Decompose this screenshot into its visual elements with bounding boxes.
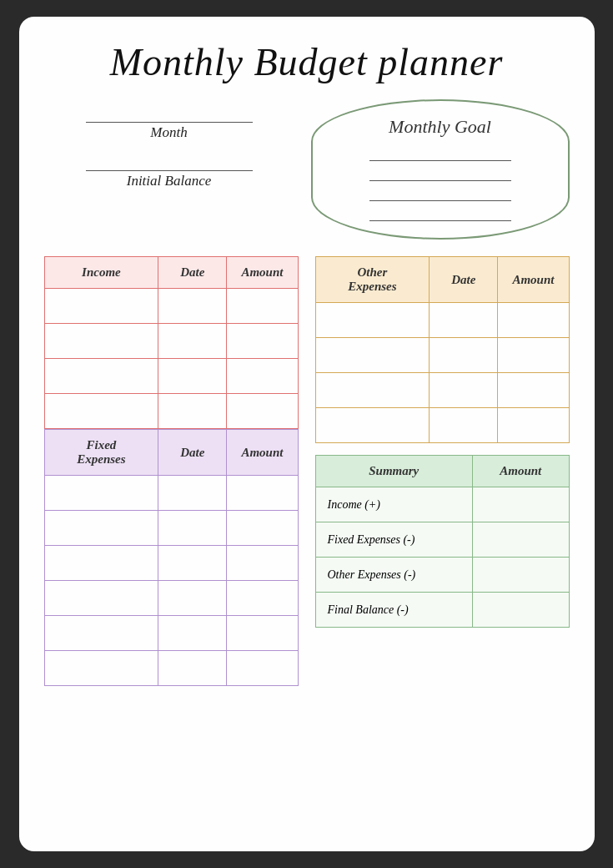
fixed-cell [44,511,158,546]
fixed-cell [158,546,227,581]
other-header-label: OtherExpenses [315,257,430,303]
summary-row-label: Income (+) [315,487,472,522]
fixed-cell [158,616,227,651]
fixed-cell [44,616,158,651]
fixed-row [44,511,298,546]
balance-field: Initial Balance [44,156,294,189]
top-section: Month Initial Balance Monthly Goal [44,99,570,240]
income-table: Income Date Amount [44,256,299,429]
goal-title: Monthly Goal [389,116,491,138]
income-cell [158,359,227,394]
summary-row-amount [472,487,569,522]
other-cell [430,408,498,443]
month-field: Month [44,108,294,141]
income-row [44,394,298,429]
other-cell [498,373,569,408]
income-header-label: Income [44,257,158,289]
month-balance-section: Month Initial Balance [44,99,294,189]
other-header-date: Date [430,257,498,303]
other-cell [430,373,498,408]
fixed-header-amount: Amount [227,430,298,476]
fixed-cell [44,476,158,511]
income-cell [44,289,158,324]
summary-row: Income (+) [315,487,569,522]
other-cell [315,373,430,408]
left-column: Income Date Amount FixedExpenses Date Am… [44,256,299,686]
summary-row-amount [472,558,569,593]
other-cell [315,408,430,443]
income-cell [227,359,298,394]
income-cell [44,324,158,359]
fixed-cell [44,651,158,686]
other-cell [498,303,569,338]
other-cell [315,303,430,338]
goal-lines [333,149,548,221]
summary-row: Fixed Expenses (-) [315,522,569,558]
tables-section: Income Date Amount FixedExpenses Date Am… [44,256,570,686]
income-row [44,359,298,394]
summary-row-amount [472,593,569,628]
fixed-cell [227,651,298,686]
income-cell [227,324,298,359]
income-cell [227,394,298,429]
balance-underline [86,156,253,171]
other-header-amount: Amount [498,257,569,303]
goal-line-4 [369,209,511,221]
fixed-expenses-table: FixedExpenses Date Amount [44,429,299,686]
other-cell [498,408,569,443]
summary-header-row: Summary Amount [315,456,569,487]
other-cell [315,338,430,373]
income-header-row: Income Date Amount [44,257,298,289]
goal-line-3 [369,189,511,201]
page: Monthly Budget planner Month Initial Bal… [19,17,595,851]
month-label: Month [150,124,187,141]
summary-row: Other Expenses (-) [315,558,569,593]
summary-header-amount: Amount [472,456,569,487]
goal-line-2 [369,169,511,181]
fixed-row [44,651,298,686]
summary-row-amount [472,522,569,558]
fixed-cell [227,546,298,581]
fixed-cell [158,511,227,546]
fixed-cell [44,546,158,581]
other-row [315,408,569,443]
other-cell [498,338,569,373]
summary-row-label: Final Balance (-) [315,593,472,628]
fixed-row [44,546,298,581]
other-header-row: OtherExpenses Date Amount [315,257,569,303]
other-expenses-table: OtherExpenses Date Amount [315,256,570,443]
fixed-row [44,616,298,651]
fixed-cell [227,616,298,651]
summary-row: Final Balance (-) [315,593,569,628]
goal-line-1 [369,149,511,161]
income-row [44,289,298,324]
fixed-cell [227,476,298,511]
fixed-cell [158,476,227,511]
income-header-amount: Amount [227,257,298,289]
month-underline [86,108,253,123]
fixed-cell [158,651,227,686]
fixed-cell [227,511,298,546]
other-row [315,303,569,338]
fixed-cell [227,581,298,616]
income-cell [158,324,227,359]
other-cell [430,303,498,338]
income-cell [44,394,158,429]
summary-table: Summary Amount Income (+)Fixed Expenses … [315,455,570,628]
other-row [315,373,569,408]
goal-box: Monthly Goal [311,99,570,240]
summary-row-label: Fixed Expenses (-) [315,522,472,558]
fixed-header-date: Date [158,430,227,476]
fixed-row [44,581,298,616]
summary-header-label: Summary [315,456,472,487]
income-row [44,324,298,359]
fixed-cell [44,581,158,616]
page-title: Monthly Budget planner [44,40,570,84]
fixed-header-row: FixedExpenses Date Amount [44,430,298,476]
summary-row-label: Other Expenses (-) [315,558,472,593]
income-header-date: Date [158,257,227,289]
fixed-row [44,476,298,511]
income-cell [158,394,227,429]
income-cell [227,289,298,324]
fixed-cell [158,581,227,616]
